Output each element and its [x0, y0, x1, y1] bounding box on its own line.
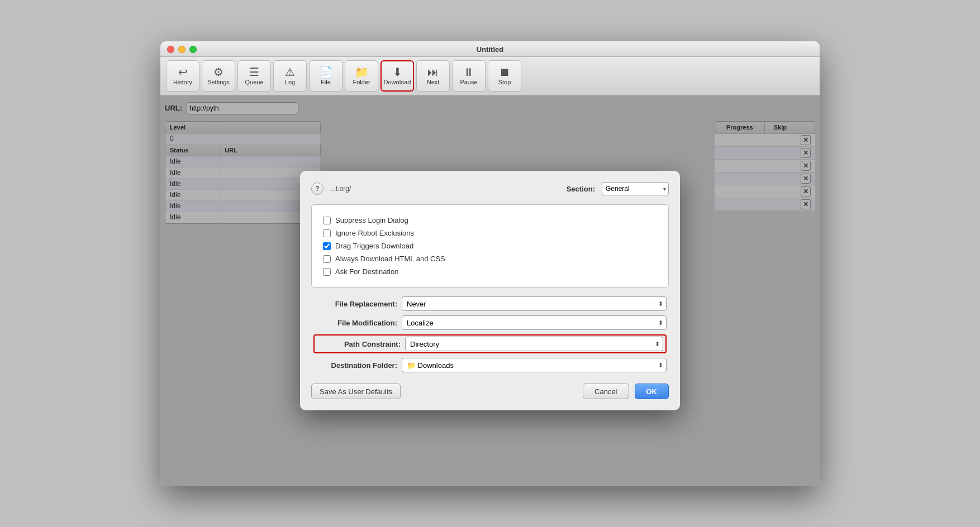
toolbar-history-button[interactable]: ↩ History	[166, 60, 199, 92]
option-drag-triggers: Drag Triggers Download	[323, 239, 657, 252]
title-bar: Untitled	[160, 41, 820, 57]
file-modification-row: File Modification: Localize None Encode	[313, 315, 667, 330]
destination-folder-select[interactable]: 📁 Downloads Desktop Documents	[402, 358, 667, 372]
next-label: Next	[427, 79, 440, 85]
folder-icon: 📁	[355, 66, 369, 78]
file-modification-select-wrapper: Localize None Encode	[402, 315, 667, 330]
traffic-lights	[167, 46, 197, 53]
suppress-login-checkbox[interactable]	[323, 217, 331, 224]
settings-label: Settings	[207, 79, 230, 85]
stop-icon: ⏹	[499, 66, 510, 78]
always-download-label: Always Download HTML and CSS	[335, 255, 445, 263]
ask-destination-label: Ask For Destination	[335, 267, 398, 276]
option-ask-destination: Ask For Destination	[323, 265, 657, 278]
section-select[interactable]: General Files Advanced	[602, 182, 669, 195]
toolbar-settings-button[interactable]: ⚙ Settings	[202, 60, 235, 92]
history-icon: ↩	[178, 66, 188, 78]
dialog-url-preview: ...t.org/	[330, 185, 351, 193]
dialog-footer: Save As User Defaults Cancel OK	[311, 384, 669, 399]
pause-icon: ⏸	[463, 66, 474, 78]
file-replacement-label: File Replacement:	[313, 300, 397, 308]
ask-destination-checkbox[interactable]	[323, 268, 331, 276]
toolbar-download-button[interactable]: ⬇ Download	[380, 60, 414, 92]
toolbar-queue-button[interactable]: ☰ Queue	[237, 60, 271, 92]
folder-label: Folder	[353, 79, 370, 85]
path-constraint-select-wrapper: Directory Server None Prefix	[405, 337, 663, 351]
pause-label: Pause	[460, 79, 477, 85]
maximize-button[interactable]	[189, 46, 197, 53]
history-label: History	[173, 79, 192, 85]
suppress-login-label: Suppress Login Dialog	[335, 216, 408, 224]
toolbar-log-button[interactable]: ⚠ Log	[273, 60, 307, 92]
section-select-wrapper: General Files Advanced	[602, 182, 669, 195]
main-window: Untitled ↩ History ⚙ Settings ☰ Queue ⚠ …	[160, 41, 820, 486]
footer-right: Cancel OK	[583, 384, 669, 399]
minimize-button[interactable]	[178, 46, 185, 53]
file-label: File	[321, 79, 331, 85]
ignore-robot-label: Ignore Robot Exclusions	[335, 229, 414, 237]
destination-folder-select-wrapper: 📁 Downloads Desktop Documents	[402, 358, 667, 372]
options-panel: Suppress Login Dialog Ignore Robot Exclu…	[311, 204, 669, 288]
toolbar: ↩ History ⚙ Settings ☰ Queue ⚠ Log 📄 Fil…	[160, 57, 820, 95]
download-icon: ⬇	[393, 66, 402, 78]
cancel-button[interactable]: Cancel	[583, 384, 629, 399]
modal-overlay: ? ...t.org/ Section: General Files Advan…	[160, 95, 820, 486]
path-constraint-row: Path Constraint: Directory Server None P…	[313, 334, 667, 353]
log-icon: ⚠	[285, 66, 295, 78]
option-always-download: Always Download HTML and CSS	[323, 252, 657, 265]
window-title: Untitled	[477, 45, 503, 54]
queue-label: Queue	[245, 79, 263, 85]
option-ignore-robot: Ignore Robot Exclusions	[323, 227, 657, 239]
next-icon: ⏭	[427, 66, 439, 78]
path-constraint-label: Path Constraint:	[317, 340, 401, 348]
stop-label: Stop	[498, 79, 511, 85]
drag-triggers-label: Drag Triggers Download	[335, 242, 413, 250]
file-replacement-select[interactable]: Never Always Ask If Newer If Different	[402, 296, 667, 311]
download-label: Download	[384, 79, 411, 85]
save-defaults-button[interactable]: Save As User Defaults	[311, 384, 401, 399]
help-button[interactable]: ?	[311, 183, 324, 195]
file-replacement-row: File Replacement: Never Always Ask If Ne…	[313, 296, 667, 311]
drag-triggers-checkbox[interactable]	[323, 242, 331, 250]
always-download-checkbox[interactable]	[323, 255, 331, 263]
file-modification-label: File Modification:	[313, 319, 397, 327]
ok-button[interactable]: OK	[635, 384, 669, 399]
section-label: Section:	[567, 185, 595, 193]
content-area: URL: Level 0 Status URL Idle	[160, 95, 820, 486]
settings-icon: ⚙	[213, 66, 223, 78]
dialog-header: ? ...t.org/ Section: General Files Advan…	[311, 182, 669, 195]
option-suppress-login: Suppress Login Dialog	[323, 214, 657, 227]
log-label: Log	[285, 79, 295, 85]
toolbar-pause-button[interactable]: ⏸ Pause	[452, 60, 486, 92]
toolbar-stop-button[interactable]: ⏹ Stop	[488, 60, 521, 92]
queue-icon: ☰	[249, 66, 259, 78]
settings-dialog: ? ...t.org/ Section: General Files Advan…	[300, 171, 680, 410]
ignore-robot-checkbox[interactable]	[323, 229, 331, 237]
file-replacement-select-wrapper: Never Always Ask If Newer If Different	[402, 296, 667, 311]
file-modification-select[interactable]: Localize None Encode	[402, 315, 667, 330]
toolbar-next-button[interactable]: ⏭ Next	[416, 60, 450, 92]
form-rows: File Replacement: Never Always Ask If Ne…	[311, 296, 669, 372]
destination-folder-row: Destination Folder: 📁 Downloads Desktop …	[313, 358, 667, 372]
close-button[interactable]	[167, 46, 174, 53]
path-constraint-select[interactable]: Directory Server None Prefix	[405, 337, 663, 351]
toolbar-folder-button[interactable]: 📁 Folder	[345, 60, 378, 92]
toolbar-file-button[interactable]: 📄 File	[309, 60, 342, 92]
file-icon: 📄	[319, 66, 333, 78]
destination-folder-label: Destination Folder:	[313, 361, 397, 370]
